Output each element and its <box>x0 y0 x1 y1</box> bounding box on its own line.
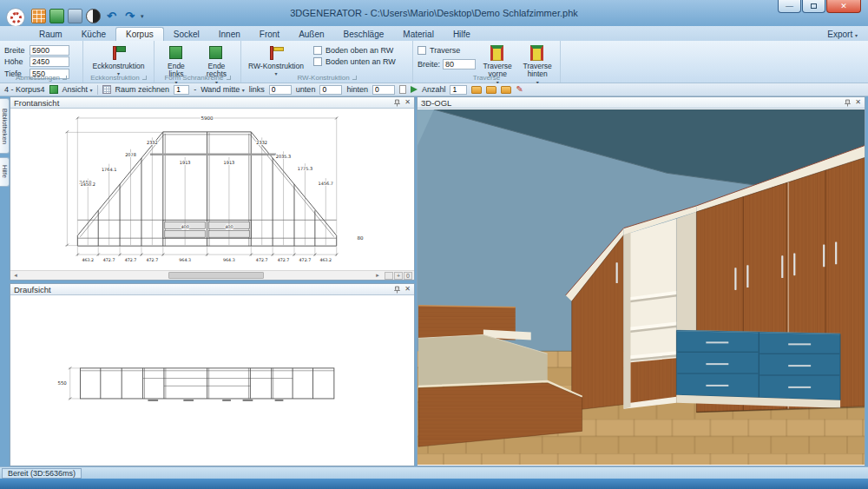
dim-label: 400 <box>225 224 233 229</box>
dim-label: 5900 <box>201 116 214 121</box>
library-folder-icon-2[interactable] <box>486 86 496 94</box>
toggle-view-icon[interactable] <box>86 9 101 23</box>
dialog-launcher-icon[interactable] <box>227 76 231 80</box>
checkbox-icon[interactable] <box>313 57 322 66</box>
tab-front[interactable]: Front <box>250 28 289 41</box>
new-project-icon[interactable] <box>31 9 46 23</box>
app-logo-icon[interactable] <box>6 8 25 27</box>
tab-kueche[interactable]: Küche <box>72 28 115 41</box>
raum-zeichnen-button[interactable]: Raum zeichnen <box>115 85 170 94</box>
raum-number-input[interactable] <box>174 85 189 95</box>
panel-3d-ogl: 3D-OGL ✕ <box>417 96 865 466</box>
checkbox-icon[interactable] <box>418 46 426 55</box>
anzahl-input[interactable] <box>450 85 467 95</box>
close-button[interactable]: ✕ <box>826 0 861 13</box>
frontansicht-header[interactable]: Frontansicht ✕ <box>10 97 414 109</box>
save-icon[interactable] <box>68 9 82 23</box>
traverse-checkbox-row[interactable]: Traverse <box>418 46 476 55</box>
boden-oben-checkbox-row[interactable]: Boden oben an RW <box>313 46 396 55</box>
front-elevation-drawing: 5900 2450 80 1450.2 1764.1 2078 2332 191… <box>10 109 414 270</box>
traverse-vorne-button[interactable]: Traverse vorne▾ <box>480 43 515 72</box>
pin-icon[interactable] <box>393 99 401 107</box>
dialog-launcher-icon[interactable] <box>352 76 357 80</box>
pin-icon[interactable] <box>844 99 852 107</box>
dialog-launcher-icon[interactable] <box>62 76 67 80</box>
tab-korpus[interactable]: Korpus <box>115 27 164 41</box>
tab-sockel[interactable]: Sockel <box>164 28 209 41</box>
zoom-in-button[interactable]: + <box>394 272 403 280</box>
scrollbar-track[interactable] <box>21 271 372 280</box>
tab-material[interactable]: Material <box>393 28 444 41</box>
dim-label: 472.7 <box>278 258 290 262</box>
hoehe-label: Höhe <box>4 57 27 66</box>
rw-konstruktion-icon <box>266 44 286 62</box>
dim-label: 1450.2 <box>81 182 95 187</box>
dim-label: 463.2 <box>319 258 332 262</box>
draufsicht-header[interactable]: Draufsicht ✕ <box>10 284 414 295</box>
tab-innen[interactable]: Innen <box>209 28 250 41</box>
links-input[interactable] <box>269 85 292 95</box>
raum-zeichnen-icon <box>102 85 111 94</box>
close-panel-icon[interactable]: ✕ <box>404 99 411 106</box>
group-eckkonstruktion: Eckkonstruktion▾ Eckkonstruktion <box>83 41 155 83</box>
draufsicht-canvas[interactable]: 550 <box>10 296 414 465</box>
sidebar-tab-hilfe[interactable]: Hilfe <box>0 157 10 187</box>
library-folder-icon-3[interactable] <box>501 86 511 94</box>
tab-beschlaege[interactable]: Beschläge <box>334 28 394 41</box>
scroll-left-icon[interactable]: ◂ <box>10 272 21 279</box>
boden-unten-checkbox-row[interactable]: Boden unten an RW <box>313 57 396 66</box>
close-panel-icon[interactable]: ✕ <box>404 286 411 293</box>
apply-flag-icon[interactable] <box>411 86 418 93</box>
dim-label: 1913 <box>224 160 235 165</box>
ansicht-dropdown[interactable]: Ansicht ▾ <box>62 85 93 94</box>
dim-label: 472.7 <box>125 258 137 262</box>
tab-hilfe[interactable]: Hilfe <box>444 28 480 41</box>
unten-input[interactable] <box>319 85 342 95</box>
dim-label: 400 <box>181 224 188 229</box>
zoom-out-button[interactable] <box>385 272 393 280</box>
tab-aussen[interactable]: Außen <box>289 28 333 41</box>
breite-input[interactable] <box>30 45 69 56</box>
traverse-hinten-button[interactable]: Traverse hinten▾ <box>519 43 556 72</box>
breite-label: Breite <box>4 46 27 55</box>
app-window: ↶ ↷ ▾ 3DGENERATOR - C:\Users\Mario\Deskt… <box>0 0 868 489</box>
3d-viewport[interactable] <box>418 109 865 465</box>
maximize-button[interactable] <box>802 0 825 13</box>
wand-mitte-dropdown[interactable]: Wand mitte ▾ <box>201 85 245 94</box>
korpus-selector[interactable]: 4 - Korpus4 <box>4 85 45 94</box>
window-title: 3DGENERATOR - C:\Users\Mario\Desktop\Dem… <box>174 8 694 18</box>
traverse-breite-input[interactable] <box>443 59 476 69</box>
edit-pencil-icon[interactable]: ✎ <box>516 85 523 94</box>
redo-icon[interactable]: ↷ <box>122 9 137 23</box>
sidebar-tab-bibliotheken[interactable]: Bibliotheken <box>0 98 10 154</box>
scrollbar-thumb[interactable] <box>168 272 264 279</box>
dim-label: 1775.3 <box>298 166 312 171</box>
dim-label: 2035.3 <box>276 154 291 159</box>
pin-icon[interactable] <box>393 286 401 294</box>
group-caption-eck: Eckkonstruktion <box>83 73 154 83</box>
tab-raum[interactable]: Raum <box>30 28 72 41</box>
checkbox-icon[interactable] <box>313 46 322 55</box>
horizontal-scrollbar[interactable]: ◂ ▸ + 0 <box>10 270 414 280</box>
note-icon[interactable] <box>399 85 406 94</box>
ende-rechts-button[interactable]: Ende rechts▾ <box>197 43 236 72</box>
scroll-right-icon[interactable]: ▸ <box>372 272 383 279</box>
qat-more-icon[interactable]: ▾ <box>141 13 144 20</box>
rw-konstruktion-button[interactable]: RW-Konstruktion▾ <box>246 43 306 72</box>
close-panel-icon[interactable]: ✕ <box>855 99 861 106</box>
hoehe-input[interactable] <box>30 56 69 67</box>
open-icon[interactable] <box>49 9 64 23</box>
dialog-launcher-icon[interactable] <box>142 76 147 80</box>
anzahl-label: Anzahl <box>422 85 446 94</box>
library-folder-icon-1[interactable] <box>471 86 482 94</box>
export-button[interactable]: Export ▾ <box>827 30 858 41</box>
frontansicht-canvas[interactable]: 5900 2450 80 1450.2 1764.1 2078 2332 191… <box>10 109 414 270</box>
status-text: Bereit (3D:5636ms) <box>2 468 82 479</box>
zoom-reset-button[interactable]: 0 <box>404 272 412 280</box>
minimize-button[interactable]: — <box>778 0 801 13</box>
undo-icon[interactable]: ↶ <box>104 9 119 23</box>
hinten-input[interactable] <box>372 85 395 95</box>
group-caption-form: Form Schrankreihe <box>155 73 240 83</box>
ende-links-button[interactable]: Ende links▾ <box>159 43 194 72</box>
3d-ogl-header[interactable]: 3D-OGL ✕ <box>418 97 865 109</box>
